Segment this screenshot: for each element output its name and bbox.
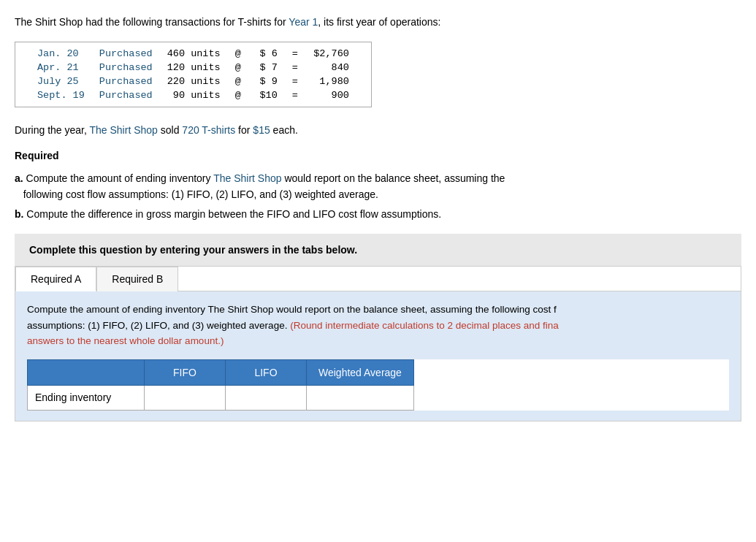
intro-text: The Shirt Shop had the following transac… xyxy=(15,15,741,30)
fifo-input-cell[interactable] xyxy=(145,386,226,410)
question-b: b. Compute the difference in gross margi… xyxy=(15,206,741,222)
tx-units: 220 units xyxy=(160,75,228,88)
question-a-text: Compute the amount of ending inventory T… xyxy=(15,172,505,200)
tx-date: Sept. 19 xyxy=(30,88,92,102)
tx-date: July 25 xyxy=(30,75,92,88)
questions-section: a. Compute the amount of ending inventor… xyxy=(15,170,741,222)
tx-total: 840 xyxy=(305,61,356,75)
tx-at: @ xyxy=(228,47,248,61)
tx-eq: = xyxy=(285,88,305,102)
transactions-wrapper: Jan. 20 Purchased 460 units @ $ 6 = $2,7… xyxy=(15,42,372,107)
tx-total: 1,980 xyxy=(305,75,356,88)
question-b-text: Compute the difference in gross margin b… xyxy=(26,208,441,220)
tx-eq: = xyxy=(285,61,305,75)
col-header-weighted-avg: Weighted Average xyxy=(307,359,414,385)
tab-required-b[interactable]: Required B xyxy=(96,267,178,291)
tab-main-text: Compute the amount of ending inventory T… xyxy=(27,304,559,346)
transaction-row: July 25 Purchased 220 units @ $ 9 = 1,98… xyxy=(30,75,356,88)
table-row-ending-inventory: Ending inventory xyxy=(28,386,414,410)
tx-at: @ xyxy=(228,61,248,75)
col-header-empty xyxy=(28,359,145,385)
weighted-avg-input[interactable] xyxy=(314,390,380,405)
ending-inventory-label: Ending inventory xyxy=(28,386,145,410)
answer-table-wrapper: FIFO LIFO Weighted Average Ending invent… xyxy=(27,359,729,411)
col-header-lifo: LIFO xyxy=(226,359,307,385)
required-label: Required xyxy=(15,150,741,161)
tx-total: 900 xyxy=(305,88,356,102)
tab-required-a[interactable]: Required A xyxy=(15,267,96,291)
answer-table: FIFO LIFO Weighted Average Ending invent… xyxy=(27,359,414,411)
tx-date: Apr. 21 xyxy=(30,61,92,75)
tx-at: @ xyxy=(228,75,248,88)
lifo-input[interactable] xyxy=(233,390,299,405)
weighted-avg-input-cell[interactable] xyxy=(307,386,414,410)
tx-price: $ 7 xyxy=(248,61,285,75)
tx-eq: = xyxy=(285,47,305,61)
sold-text: During the year, The Shirt Shop sold 720… xyxy=(15,123,741,138)
fifo-input[interactable] xyxy=(152,390,218,405)
sold-text-content: During the year, The Shirt Shop sold 720… xyxy=(15,124,298,136)
transaction-row: Apr. 21 Purchased 120 units @ $ 7 = 840 xyxy=(30,61,356,75)
tx-total: $2,760 xyxy=(305,47,356,61)
tab-bar: Required A Required B xyxy=(15,267,741,291)
question-a: a. Compute the amount of ending inventor… xyxy=(15,170,741,203)
tx-units: 90 units xyxy=(160,88,228,102)
tab-note-red: (Round intermediate calculations to 2 de… xyxy=(27,320,559,347)
col-header-fifo: FIFO xyxy=(145,359,226,385)
tx-action: Purchased xyxy=(92,47,160,61)
transaction-row: Jan. 20 Purchased 460 units @ $ 6 = $2,7… xyxy=(30,47,356,61)
transaction-row: Sept. 19 Purchased 90 units @ $10 = 900 xyxy=(30,88,356,102)
tx-price: $ 9 xyxy=(248,75,285,88)
instruction-box: Complete this question by entering your … xyxy=(15,234,741,266)
tx-eq: = xyxy=(285,75,305,88)
tab-content-required-a: Compute the amount of ending inventory T… xyxy=(15,291,741,421)
tx-units: 460 units xyxy=(160,47,228,61)
intro-paragraph: The Shirt Shop had the following transac… xyxy=(15,16,440,28)
tx-units: 120 units xyxy=(160,61,228,75)
transactions-table: Jan. 20 Purchased 460 units @ $ 6 = $2,7… xyxy=(30,47,356,102)
question-b-letter: b. xyxy=(15,208,23,220)
tx-action: Purchased xyxy=(92,88,160,102)
question-a-letter: a. xyxy=(15,172,23,184)
tabs-section: Required A Required B Compute the amount… xyxy=(15,266,741,421)
tx-at: @ xyxy=(228,88,248,102)
tx-price: $ 6 xyxy=(248,47,285,61)
tx-action: Purchased xyxy=(92,61,160,75)
tx-date: Jan. 20 xyxy=(30,47,92,61)
tx-price: $10 xyxy=(248,88,285,102)
tx-action: Purchased xyxy=(92,75,160,88)
lifo-input-cell[interactable] xyxy=(226,386,307,410)
